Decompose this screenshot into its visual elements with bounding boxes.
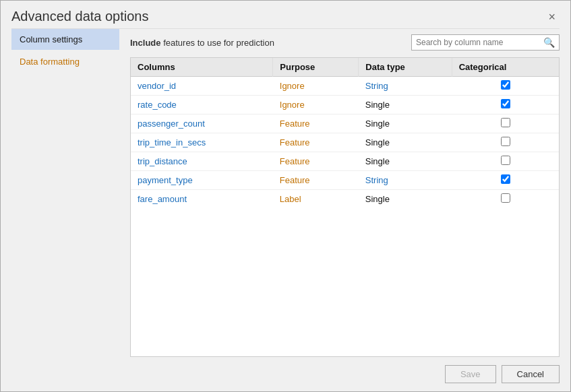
search-input[interactable] [416, 38, 541, 47]
table-row: vendor_idIgnoreString [131, 77, 559, 96]
main-area: Include features to use for prediction 🔍… [130, 29, 560, 357]
cell-purpose: Label [273, 190, 359, 209]
cell-purpose: Ignore [273, 77, 359, 96]
data-table: Columns Purpose Data type Categorical ve… [131, 58, 559, 208]
table-row: trip_time_in_secsFeatureSingle [131, 133, 559, 152]
search-box-container: 🔍 [411, 34, 560, 51]
categorical-checkbox[interactable] [501, 118, 510, 127]
categorical-checkbox[interactable] [501, 174, 510, 184]
title-bar: Advanced data options × [1, 1, 570, 28]
cell-data-type: Single [359, 133, 452, 152]
categorical-checkbox[interactable] [501, 137, 510, 146]
table-row: passenger_countFeatureSingle [131, 115, 559, 133]
cancel-button[interactable]: Cancel [502, 365, 560, 383]
table-row: trip_distanceFeatureSingle [131, 152, 559, 171]
cell-column-name: vendor_id [131, 77, 273, 96]
dialog-content: Column settings Data formatting Include … [1, 29, 570, 357]
cell-purpose: Feature [273, 171, 359, 190]
cell-categorical[interactable] [452, 133, 559, 152]
sidebar-item-data-formatting[interactable]: Data formatting [11, 50, 119, 72]
table-row: fare_amountLabelSingle [131, 190, 559, 209]
cell-purpose: Feature [273, 152, 359, 171]
cell-column-name: trip_distance [131, 152, 273, 171]
cell-purpose: Ignore [273, 96, 359, 115]
categorical-checkbox[interactable] [501, 99, 510, 108]
sidebar-item-column-settings[interactable]: Column settings [11, 29, 119, 50]
col-header-columns: Columns [131, 58, 273, 77]
include-text: Include features to use for prediction [130, 38, 274, 48]
categorical-checkbox[interactable] [501, 193, 510, 203]
cell-purpose: Feature [273, 133, 359, 152]
include-suffix: features to use for prediction [163, 38, 274, 48]
table-row: payment_typeFeatureString [131, 171, 559, 190]
cell-purpose: Feature [273, 115, 359, 133]
close-button[interactable]: × [544, 9, 560, 24]
cell-data-type: String [359, 77, 452, 96]
table-row: rate_codeIgnoreSingle [131, 96, 559, 115]
dialog-footer: Save Cancel [1, 357, 570, 391]
cell-column-name: payment_type [131, 171, 273, 190]
save-button[interactable]: Save [445, 365, 496, 383]
col-header-purpose: Purpose [273, 58, 359, 77]
advanced-data-options-dialog: Advanced data options × Column settings … [0, 0, 571, 392]
search-icon: 🔍 [543, 37, 555, 48]
dialog-title: Advanced data options [11, 9, 149, 24]
main-header: Include features to use for prediction 🔍 [130, 29, 560, 57]
cell-categorical[interactable] [452, 77, 559, 96]
cell-column-name: trip_time_in_secs [131, 133, 273, 152]
data-table-wrapper: Columns Purpose Data type Categorical ve… [130, 57, 560, 357]
cell-data-type: String [359, 171, 452, 190]
categorical-checkbox[interactable] [501, 156, 510, 165]
cell-categorical[interactable] [452, 171, 559, 190]
include-bold: Include [130, 38, 161, 48]
cell-data-type: Single [359, 190, 452, 209]
cell-column-name: rate_code [131, 96, 273, 115]
cell-data-type: Single [359, 96, 452, 115]
cell-data-type: Single [359, 152, 452, 171]
cell-categorical[interactable] [452, 115, 559, 133]
cell-categorical[interactable] [452, 190, 559, 209]
cell-categorical[interactable] [452, 152, 559, 171]
table-header: Columns Purpose Data type Categorical [131, 58, 559, 77]
cell-column-name: fare_amount [131, 190, 273, 209]
sidebar: Column settings Data formatting [11, 29, 119, 357]
col-header-categorical: Categorical [452, 58, 559, 77]
col-header-datatype: Data type [359, 58, 452, 77]
cell-column-name: passenger_count [131, 115, 273, 133]
cell-categorical[interactable] [452, 96, 559, 115]
categorical-checkbox[interactable] [501, 80, 510, 90]
table-body: vendor_idIgnoreStringrate_codeIgnoreSing… [131, 77, 559, 209]
cell-data-type: Single [359, 115, 452, 133]
